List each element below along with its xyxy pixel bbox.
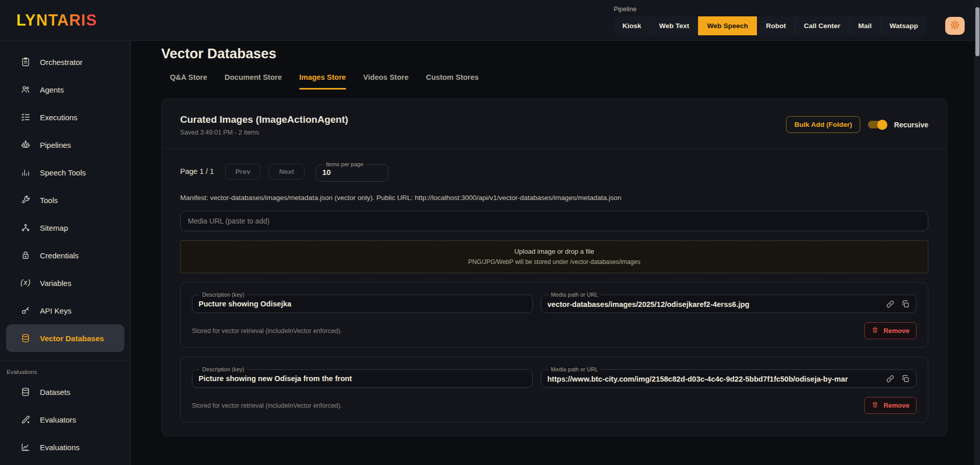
key-icon — [20, 305, 31, 316]
next-page-button[interactable]: Next — [269, 164, 304, 180]
remove-item-button[interactable]: Remove — [864, 322, 917, 339]
tab-images-store[interactable]: Images Store — [299, 73, 346, 90]
stored-note: Stored for vector retrieval (includeInVe… — [192, 402, 342, 409]
item-footer: Stored for vector retrieval (includeInVe… — [192, 397, 917, 414]
pipeline-tab-call-center[interactable]: Call Center — [795, 16, 849, 35]
topbar-right: Pipeline Kiosk Web Text Web Speech Robot… — [614, 6, 965, 35]
media-path-field-label: Media path or URL — [549, 366, 601, 372]
panel-header-text: Curated Images (ImageActionAgent) Saved … — [180, 114, 348, 136]
remove-item-button[interactable]: Remove — [864, 397, 917, 414]
sidebar-item-evaluators[interactable]: Evaluators — [6, 406, 124, 433]
sidebar-item-label: Speech Tools — [40, 168, 86, 177]
pipeline-tab-web-speech[interactable]: Web Speech — [698, 16, 757, 35]
media-path-field-label: Media path or URL — [549, 292, 601, 298]
description-value: Picture showing new Odiseja from the fro… — [199, 373, 526, 383]
sidebar-item-agents[interactable]: Agents — [6, 76, 124, 103]
recursive-toggle[interactable] — [868, 121, 886, 128]
sidebar-item-label: API Keys — [40, 306, 72, 315]
media-path-field[interactable]: Media path or URL https://www.btc-city.c… — [541, 366, 917, 388]
pagination-bar: Page 1 / 1 Prev Next Items per page — [180, 161, 928, 182]
tab-videos-store[interactable]: Videos Store — [363, 73, 408, 90]
upload-dropzone[interactable]: Upload image or drop a file PNG/JPG/WebP… — [180, 240, 928, 273]
sidebar-item-label: Evaluations — [40, 443, 80, 452]
store-tab-bar: Q&A Store Document Store Images Store Vi… — [170, 73, 947, 90]
sidebar-item-datasets[interactable]: Datasets — [6, 378, 124, 406]
lock-icon — [20, 250, 31, 260]
sidebar-item-orchestrator[interactable]: Orchestrator — [6, 48, 124, 76]
clipboard-icon — [20, 57, 31, 67]
pipeline-tab-watsapp[interactable]: Watsapp — [880, 16, 927, 35]
sidebar-item-speech-tools[interactable]: Speech Tools — [6, 159, 124, 186]
sidebar-item-label: Agents — [40, 85, 64, 94]
items-per-page-field: Items per page — [316, 161, 388, 182]
item-fields: Description (key) Pucture showing Odisej… — [192, 292, 917, 313]
pipeline-switcher: Pipeline Kiosk Web Text Web Speech Robot… — [614, 6, 927, 35]
robot-icon — [20, 140, 31, 150]
sidebar-item-sitemap[interactable]: Sitemap — [6, 214, 124, 241]
app-root: LYNTARIS Pipeline Kiosk Web Text Web Spe… — [0, 0, 980, 465]
wrench-icon — [20, 195, 31, 205]
top-bar: LYNTARIS Pipeline Kiosk Web Text Web Spe… — [0, 0, 980, 41]
tab-custom-stores[interactable]: Custom Stores — [426, 73, 478, 90]
item-fields: Description (key) Picture showing new Od… — [192, 366, 917, 388]
description-field[interactable]: Description (key) Pucture showing Odisej… — [192, 292, 533, 313]
pipeline-tab-web-text[interactable]: Web Text — [650, 16, 698, 35]
manifest-text: Manifest: vector-databases/images/metada… — [180, 194, 928, 202]
sidebar-section-label: Evaluations — [0, 361, 130, 378]
media-row: https://www.btc-city.com/img/2158c82d-d0… — [548, 373, 910, 383]
sidebar-item-label: Pipelines — [40, 141, 71, 149]
sidebar-item-variables[interactable]: (x) Variables — [6, 269, 124, 297]
panel-title: Curated Images (ImageActionAgent) — [180, 114, 348, 125]
sidebar-item-executions[interactable]: Executions — [6, 103, 124, 131]
images-store-panel: Curated Images (ImageActionAgent) Saved … — [161, 98, 947, 436]
sidebar-item-vector-databases[interactable]: Vector Databases — [6, 324, 124, 352]
media-url-input[interactable] — [180, 211, 928, 231]
toggle-knob — [877, 120, 887, 130]
open-link-icon[interactable] — [886, 300, 895, 308]
items-per-page-input[interactable] — [322, 168, 382, 176]
media-path-value: https://www.btc-city.com/img/2158c82d-d0… — [548, 375, 879, 383]
users-icon — [20, 84, 31, 95]
remove-button-label: Remove — [883, 327, 909, 335]
tab-document-store[interactable]: Document Store — [225, 73, 282, 90]
database-icon — [20, 333, 31, 343]
sidebar-item-label: Sitemap — [40, 224, 68, 232]
pipeline-tab-robot[interactable]: Robot — [757, 16, 795, 35]
panel-header-actions: Bulk Add (Folder) Recursive — [786, 116, 928, 133]
copy-icon[interactable] — [901, 300, 910, 308]
trash-icon — [872, 326, 879, 335]
pipeline-tab-mail[interactable]: Mail — [849, 16, 880, 35]
sidebar-item-evaluations[interactable]: Evaluations — [6, 433, 124, 461]
pipeline-tab-group: Kiosk Web Text Web Speech Robot Call Cen… — [614, 16, 927, 35]
remove-button-label: Remove — [883, 402, 909, 409]
sidebar-item-credentials[interactable]: Credentials — [6, 241, 124, 269]
page-title: Vector Databases — [161, 46, 947, 62]
page-scrollbar[interactable] — [974, 0, 980, 465]
database-icon — [20, 387, 31, 397]
prev-page-button[interactable]: Prev — [225, 164, 260, 180]
image-item-card: Description (key) Pucture showing Odisej… — [180, 282, 928, 348]
open-link-icon[interactable] — [886, 374, 895, 383]
pipeline-tab-kiosk[interactable]: Kiosk — [614, 16, 650, 35]
checklist-icon — [20, 112, 31, 122]
sidebar-item-label: Datasets — [40, 388, 70, 396]
sidebar-item-api-keys[interactable]: API Keys — [6, 297, 124, 324]
copy-icon[interactable] — [901, 374, 910, 383]
sidebar-item-label: Orchestrator — [40, 58, 82, 67]
media-path-field[interactable]: Media path or URL vector-databases/image… — [541, 292, 917, 313]
bulk-add-folder-button[interactable]: Bulk Add (Folder) — [786, 116, 860, 133]
variables-icon: (x) — [20, 278, 31, 288]
description-field[interactable]: Description (key) Picture showing new Od… — [192, 366, 533, 388]
tab-qa-store[interactable]: Q&A Store — [170, 73, 207, 90]
network-icon — [20, 223, 31, 233]
scrollbar-thumb[interactable] — [975, 7, 979, 56]
pipeline-label: Pipeline — [614, 6, 636, 13]
dropzone-hint: PNG/JPG/WebP will be stored under /vecto… — [186, 258, 923, 265]
description-field-label: Description (key) — [200, 366, 247, 372]
sidebar-item-pipelines[interactable]: Pipelines — [6, 131, 124, 159]
description-field-label: Description (key) — [200, 292, 247, 298]
sidebar-item-tools[interactable]: Tools — [6, 186, 124, 214]
image-item-card: Description (key) Picture showing new Od… — [180, 357, 928, 423]
settings-button[interactable] — [945, 17, 965, 35]
media-path-value: vector-databases/images/2025/12/odisejka… — [548, 300, 879, 308]
